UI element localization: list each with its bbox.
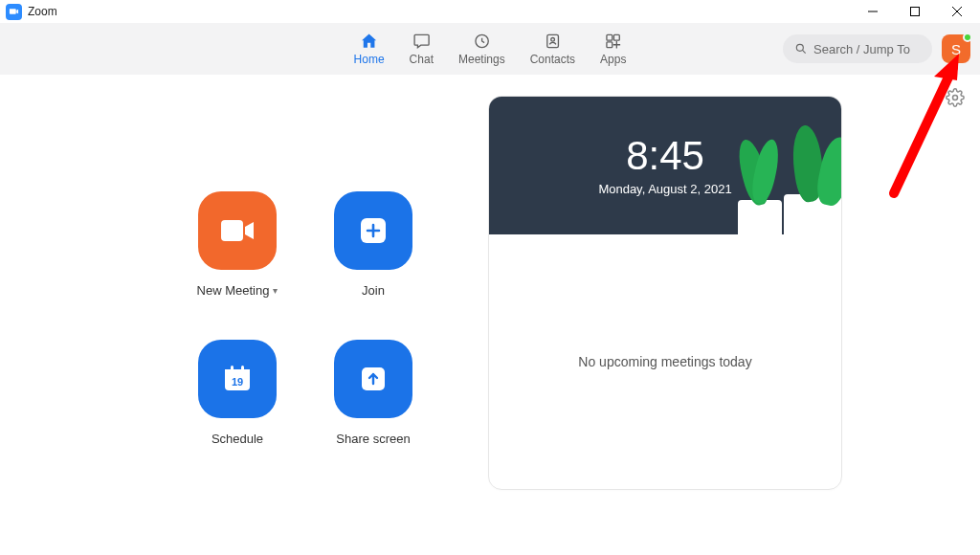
window-minimize-button[interactable]: [852, 0, 894, 23]
status-indicator: [963, 33, 972, 42]
svg-rect-4: [607, 34, 612, 40]
gear-icon: [946, 88, 965, 107]
contacts-icon: [543, 32, 562, 51]
video-icon: [219, 218, 256, 243]
svg-rect-12: [231, 366, 234, 372]
join-button[interactable]: [334, 191, 412, 270]
svg-point-7: [796, 44, 803, 51]
new-meeting-button[interactable]: [198, 191, 277, 270]
nav-home[interactable]: Home: [354, 32, 385, 66]
clock-panel: 8:45 Monday, August 2, 2021: [489, 97, 841, 234]
main-content: New Meeting ▾ Join: [0, 75, 980, 555]
nav-chat[interactable]: Chat: [410, 32, 434, 66]
nav-apps[interactable]: Apps: [600, 32, 626, 66]
new-meeting-label-row[interactable]: New Meeting ▾: [197, 283, 278, 298]
chat-icon: [412, 32, 431, 51]
svg-rect-0: [911, 8, 920, 16]
upcoming-empty-text: No upcoming meetings today: [578, 354, 751, 369]
nav-meetings-label: Meetings: [458, 53, 505, 66]
left-panel: New Meeting ▾ Join: [0, 75, 488, 555]
nav-chat-label: Chat: [410, 53, 434, 66]
svg-point-16: [953, 96, 958, 100]
share-screen-label: Share screen: [336, 432, 410, 446]
nav-apps-label: Apps: [600, 53, 626, 66]
svg-rect-8: [221, 220, 243, 241]
apps-icon: [604, 32, 623, 51]
current-date: Monday, August 2, 2021: [598, 182, 731, 196]
nav-contacts[interactable]: Contacts: [530, 32, 575, 66]
new-meeting-label: New Meeting: [197, 283, 270, 298]
nav-home-label: Home: [354, 53, 385, 66]
window-title: Zoom: [28, 5, 57, 18]
schedule-button[interactable]: 19: [198, 340, 277, 418]
svg-text:19: 19: [232, 376, 243, 388]
clock-icon: [472, 32, 491, 51]
plant-decoration: [784, 194, 841, 234]
search-icon: [794, 42, 808, 56]
chevron-down-icon: ▾: [273, 285, 278, 296]
svg-rect-11: [225, 369, 250, 375]
settings-button[interactable]: [946, 88, 965, 111]
search-input[interactable]: Search / Jump To: [783, 34, 932, 63]
search-placeholder: Search / Jump To: [813, 42, 910, 56]
share-up-icon: [357, 363, 390, 395]
home-icon: [360, 32, 379, 51]
upcoming-card: 8:45 Monday, August 2, 2021 No upcoming …: [488, 96, 842, 490]
svg-point-3: [551, 38, 555, 42]
right-panel: 8:45 Monday, August 2, 2021 No upcoming …: [488, 75, 980, 555]
nav-meetings[interactable]: Meetings: [458, 32, 505, 66]
join-label: Join: [362, 283, 385, 298]
window-close-button[interactable]: [936, 0, 978, 23]
nav-contacts-label: Contacts: [530, 53, 575, 66]
svg-rect-13: [241, 366, 244, 372]
window-maximize-button[interactable]: [894, 0, 936, 23]
current-time: 8:45: [626, 136, 704, 176]
zoom-logo-icon: [6, 4, 22, 20]
svg-rect-6: [607, 42, 612, 48]
profile-avatar[interactable]: S: [942, 34, 970, 63]
title-bar: Zoom: [0, 0, 980, 23]
plant-decoration: [738, 200, 782, 234]
schedule-label: Schedule: [212, 432, 263, 446]
share-screen-button[interactable]: [334, 340, 412, 418]
upcoming-empty: No upcoming meetings today: [489, 234, 841, 489]
svg-rect-5: [614, 34, 620, 40]
top-nav: Home Chat Meetings Contacts Apps: [0, 23, 980, 75]
calendar-icon: 19: [220, 362, 255, 396]
avatar-initial: S: [951, 41, 961, 57]
plus-icon: [357, 214, 390, 247]
